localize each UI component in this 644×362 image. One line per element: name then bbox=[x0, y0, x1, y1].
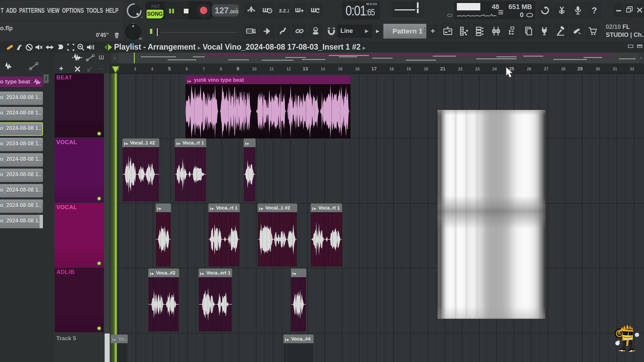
svg-text:3.2.1: 3.2.1 bbox=[279, 8, 289, 13]
svg-text:?: ? bbox=[592, 5, 597, 15]
